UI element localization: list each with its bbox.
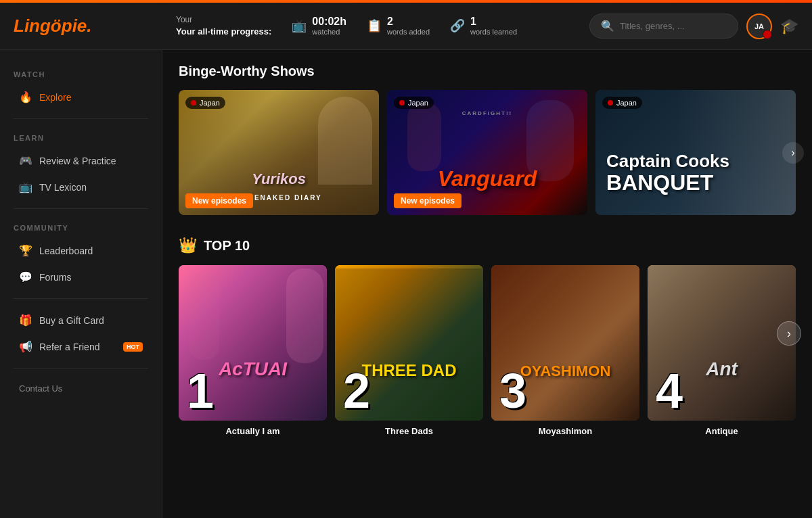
country-badge-captain: Japan xyxy=(602,97,642,109)
japan-flag-dot-2 xyxy=(399,100,405,105)
top10-card-title-threedads: Three Dads xyxy=(335,426,483,436)
binge-carousel-next[interactable]: › xyxy=(782,142,804,164)
sidebar-divider-4 xyxy=(14,368,148,369)
japan-flag-dot xyxy=(191,100,196,105)
hot-badge: HOT xyxy=(123,342,143,352)
sidebar-item-tv-lexicon[interactable]: 📺 TV Lexicon xyxy=(5,174,156,200)
top10-card-actually[interactable]: AcTUAI 1 Actually I am xyxy=(179,265,327,436)
sidebar-item-explore[interactable]: 🔥 Explore xyxy=(5,84,156,110)
top10-card-title-actually: Actually I am xyxy=(179,426,327,436)
top10-card-antique[interactable]: Ant 4 Antique xyxy=(648,265,796,436)
country-badge-vanguard: Japan xyxy=(394,97,434,109)
sidebar-section-watch: WATCH xyxy=(0,64,162,84)
rank-3: 3 xyxy=(499,367,526,415)
top10-card-title-moyashimon: Moyashimon xyxy=(491,426,639,436)
sidebar-divider-1 xyxy=(14,118,148,119)
search-input[interactable] xyxy=(620,21,727,31)
sidebar-item-gift-card[interactable]: 🎁 Buy a Gift Card xyxy=(5,307,156,333)
top10-title: TOP 10 xyxy=(204,238,250,254)
stat-words-learned: 🔗 1 words learned xyxy=(450,16,517,36)
header-right: 🔍 JA 🎓 xyxy=(589,14,798,39)
rank-1: 1 xyxy=(187,367,214,415)
rank-4: 4 xyxy=(656,367,683,415)
show-title-yurikos: Yurikos xyxy=(179,170,379,188)
sidebar-item-refer[interactable]: 📢 Refer a Friend HOT xyxy=(5,333,156,360)
avatar-button[interactable]: JA xyxy=(746,14,772,39)
top10-grid: AcTUAI 1 Actually I am THREE DAD 2 Three… xyxy=(179,265,796,436)
top10-header: 👑 TOP 10 xyxy=(179,237,796,254)
top10-card-title-antique: Antique xyxy=(648,426,796,436)
japan-flag-dot-3 xyxy=(608,100,613,105)
header: Lingöpie. Your Your all-time progress: 📺… xyxy=(0,3,812,50)
search-icon: 🔍 xyxy=(601,20,614,32)
vanguard-prefix: CARDFIGHT!! xyxy=(387,110,587,116)
new-episodes-badge-vanguard: New episodes xyxy=(394,193,461,208)
top10-card-threedads[interactable]: THREE DAD 2 Three Dads xyxy=(335,265,483,436)
review-icon: 🎮 xyxy=(19,154,32,167)
show-card-captain[interactable]: Japan Captain Cooks BANQUET xyxy=(595,90,796,215)
explore-icon: 🔥 xyxy=(19,91,32,103)
leaderboard-icon: 🏆 xyxy=(19,244,32,257)
sidebar-item-contact[interactable]: Contact Us xyxy=(5,377,156,400)
new-episodes-badge-yurikos: New episodes xyxy=(185,193,253,208)
sidebar-item-leaderboard[interactable]: 🏆 Leaderboard xyxy=(5,237,156,264)
tv-lexicon-icon: 📺 xyxy=(19,181,32,193)
show-title-vanguard: Vanguard xyxy=(387,166,587,191)
crown-icon: 👑 xyxy=(179,237,197,254)
sidebar-divider-3 xyxy=(14,298,148,299)
sidebar-item-review[interactable]: 🎮 Review & Practice xyxy=(5,147,156,174)
search-bar[interactable]: 🔍 xyxy=(589,14,738,39)
refer-icon: 📢 xyxy=(19,340,32,353)
logo: Lingöpie. xyxy=(14,16,176,37)
progress-label: Your Your all-time progress: xyxy=(176,14,271,38)
binge-grid: Japan Yurikos BARENAKED DIARY New episod… xyxy=(179,90,796,215)
stat-watched: 📺 00:02h watched xyxy=(292,16,346,36)
main-layout: WATCH 🔥 Explore LEARN 🎮 Review & Practic… xyxy=(0,50,812,518)
watch-icon: 📺 xyxy=(292,18,307,33)
binge-section-title: Binge-Worthy Shows xyxy=(179,64,796,79)
sidebar: WATCH 🔥 Explore LEARN 🎮 Review & Practic… xyxy=(0,50,162,518)
sidebar-section-learn: LEARN xyxy=(0,127,162,147)
country-badge-yurikos: Japan xyxy=(185,97,225,109)
top10-carousel-next[interactable]: › xyxy=(777,321,801,346)
forums-icon: 💬 xyxy=(19,270,32,283)
show-card-vanguard[interactable]: Japan CARDFIGHT!! Vanguard New episodes xyxy=(387,90,587,215)
gift-icon: 🎁 xyxy=(19,314,32,327)
rank-2: 2 xyxy=(343,367,370,415)
top10-card-moyashimon[interactable]: OYASHIMON 3 Moyashimon xyxy=(491,265,639,436)
show-title-captain: Captain Cooks BANQUET xyxy=(606,151,729,195)
header-progress: Your Your all-time progress: 📺 00:02h wa… xyxy=(176,14,589,38)
content-area: Binge-Worthy Shows Japan Yurikos BARENAK… xyxy=(162,50,812,518)
sidebar-item-forums[interactable]: 💬 Forums xyxy=(5,264,156,290)
flag-icon xyxy=(763,30,772,39)
words-learned-icon: 🔗 xyxy=(450,18,465,33)
words-added-icon: 📋 xyxy=(367,18,382,33)
sidebar-divider-2 xyxy=(14,208,148,209)
stat-words-added: 📋 2 words added xyxy=(367,16,430,36)
show-card-yurikos[interactable]: Japan Yurikos BARENAKED DIARY New episod… xyxy=(179,90,379,215)
graduation-icon[interactable]: 🎓 xyxy=(780,18,798,35)
sidebar-section-community: COMMUNITY xyxy=(0,217,162,237)
